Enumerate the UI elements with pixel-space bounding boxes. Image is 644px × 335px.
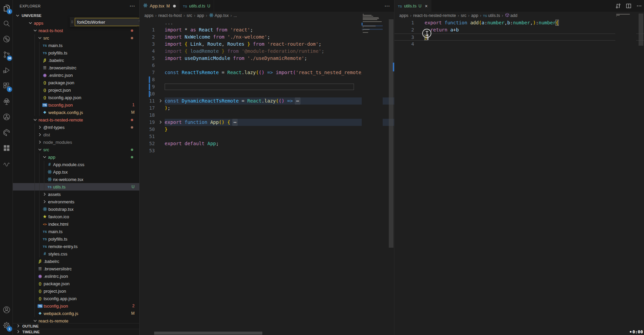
tree-item-nx-welcome.tsx[interactable]: nx-welcome.tsx [13,176,139,183]
tab-bar-more-button[interactable]: ··· [381,0,394,12]
vertical-scrollbar[interactable] [639,14,643,46]
activity-item-todo-tree[interactable] [0,93,13,109]
breadcrumb-item-apps[interactable]: apps [144,13,153,18]
code-editor[interactable]: 1export function add(a:number,b:number,)… [395,19,644,335]
indent-guide [34,205,35,213]
tree-item-styles.css[interactable]: #styles.css [13,250,139,258]
tree-item-node-modules[interactable]: node_modules [13,138,139,146]
tree-item-main.ts[interactable]: TSmain.ts [13,42,139,49]
tree-item-.babelrc[interactable]: β.babelrc [13,258,139,265]
activity-item-explorer[interactable]: 1 [0,0,13,16]
more-icon[interactable] [636,3,642,9]
activity-item-extensions[interactable]: 3 [0,78,13,93]
breadcrumbs: apps›react-ts-nested-remote›src›app›TSut… [395,12,644,19]
activity-item-git-graph[interactable] [0,109,13,125]
tree-item-.browserslistrc[interactable]: ☰.browserslistrc [13,64,139,71]
breadcrumb-item-src[interactable]: src [461,13,467,18]
tree-item-.browserslistrc[interactable]: ☰.browserslistrc [13,265,139,272]
activity-item-run-debug[interactable] [0,62,13,78]
tree-item-environments[interactable]: environments [13,198,139,205]
split-editor-icon[interactable] [626,3,631,9]
indent-guide [34,168,35,176]
tree-item-tsconfig.json[interactable]: TStsconfig.json2 [13,302,139,310]
activity-item-settings[interactable]: 1 [0,317,13,333]
tab-utils.d.ts[interactable]: TSutils.d.tsU [180,0,214,12]
tree-item-polyfills.ts[interactable]: TSpolyfills.ts [13,49,139,57]
filter-icon[interactable] [137,19,140,25]
breadcrumb-item-react-ts-nested-remote[interactable]: react-ts-nested-remote [413,13,456,18]
tree-item-.eslintrc.json[interactable]: ◉.eslintrc.json [13,272,139,280]
tree-item-tsconfig.json[interactable]: TStsconfig.json1 [13,101,139,109]
breadcrumb-item-app[interactable]: app [197,13,204,18]
braces-icon: {} [42,80,48,85]
tree-item-main.ts[interactable]: TSmain.ts [13,228,139,235]
tree-item-src[interactable]: src [13,34,139,42]
tree-item-app.module.css[interactable]: #App.module.css [13,161,139,168]
breadcrumb-item-add[interactable]: add [505,13,518,18]
folded-region-ellipsis[interactable]: ⋯ [295,97,300,105]
tree-item-.babelrc[interactable]: β.babelrc [13,57,139,64]
horizontal-scrollbar[interactable] [154,332,262,335]
tree-item-react-ts-nested-remote[interactable]: react-ts-nested-remote [13,116,139,124]
outline-section[interactable]: OUTLINE [13,323,139,329]
tree-item-package.json[interactable]: {}package.json [13,79,139,86]
tree-item-@mf-types[interactable]: @mf-types [13,124,139,131]
tree-item-.eslintrc.json[interactable]: ◉.eslintrc.json [13,71,139,79]
tree-item-assets[interactable]: assets [13,191,139,198]
timeline-section[interactable]: TIMELINE [13,329,139,335]
tree-item-project.json[interactable]: {}project.json [13,287,139,295]
breadcrumb-item-utils.ts[interactable]: TSutils.ts [483,13,500,18]
tree-item-index.html[interactable]: <>index.html [13,220,139,228]
minimap-line [363,26,376,26]
tree-item-src[interactable]: src [13,146,139,153]
indent-guide [39,243,40,250]
tree-item-polyfills.ts[interactable]: TSpolyfills.ts [13,235,139,243]
open-changes-icon[interactable] [615,3,621,9]
breadcrumb-item-apps[interactable]: apps [399,13,408,18]
vertical-scrollbar[interactable] [389,19,393,248]
sidebar-more-button[interactable]: ··· [130,3,135,8]
activity-item-grid-extension[interactable] [0,140,13,156]
tree-item-app.tsx[interactable]: App.tsx [13,168,139,176]
activity-item-remote-explorer[interactable] [0,31,13,47]
tree-item-label: .eslintrc.json [44,274,68,279]
indent-guide [34,272,35,280]
dirty-dot-icon[interactable] [173,5,176,7]
minimap[interactable] [615,12,636,330]
tree-item-react-ts-host[interactable]: react-ts-host [13,27,139,34]
tree-item-package.json[interactable]: {}package.json [13,280,139,287]
folded-region-ellipsis[interactable]: ⋯ [232,119,238,126]
tree-item-label: .browserslistrc [48,65,76,70]
activity-item-source-control[interactable]: 38 [0,47,13,62]
tree-item-tsconfig.app.json[interactable]: {}tsconfig.app.json [13,94,139,101]
tree-item-webpack.config.js[interactable]: ❖webpack.config.jsM [13,109,139,116]
tree-item-tsconfig.app.json[interactable]: {}tsconfig.app.json [13,295,139,302]
tree-item-label: main.ts [48,229,63,234]
activity-item-nx-console[interactable] [0,125,13,140]
breadcrumb-item-react-ts-host[interactable]: react-ts-host [158,13,182,18]
activity-item-wave-extension[interactable] [0,156,13,171]
code-editor[interactable]: ...1import * as React from 'react';2impo… [140,19,394,335]
tree-item-dist[interactable]: dist [13,131,139,138]
activity-item-search[interactable] [0,16,13,31]
activity-item-accounts[interactable] [0,302,13,317]
tree-item-favicon.ico[interactable]: ★favicon.ico [13,213,139,220]
tab-app.tsx[interactable]: App.tsxM [140,0,180,12]
tab-utils.ts[interactable]: TSutils.tsU× [395,0,431,12]
badge: 3 [7,87,12,92]
minimap[interactable] [362,12,383,330]
tree-item-app[interactable]: app [13,153,139,161]
line-number: 2 [140,34,155,41]
breadcrumb-item-...[interactable]: ... [234,13,237,18]
tree-item-project.json[interactable]: {}project.json [13,86,139,94]
tree-item-webpack.config.js[interactable]: ❖webpack.config.jsM [13,310,139,317]
find-input[interactable] [77,20,137,25]
tree-item-utils.ts[interactable]: TSutils.tsU [13,183,139,191]
drag-grip-icon[interactable]: ⠿ [71,20,73,24]
breadcrumb-item-app[interactable]: app [471,13,478,18]
tree-item-bootstrap.tsx[interactable]: bootstrap.tsx [13,205,139,213]
breadcrumb-item-src[interactable]: src [187,13,192,18]
breadcrumb-item-app.tsx[interactable]: App.tsx [209,13,229,19]
close-icon[interactable]: × [425,3,428,9]
tree-item-remote-entry.ts[interactable]: TSremote-entry.ts [13,243,139,250]
